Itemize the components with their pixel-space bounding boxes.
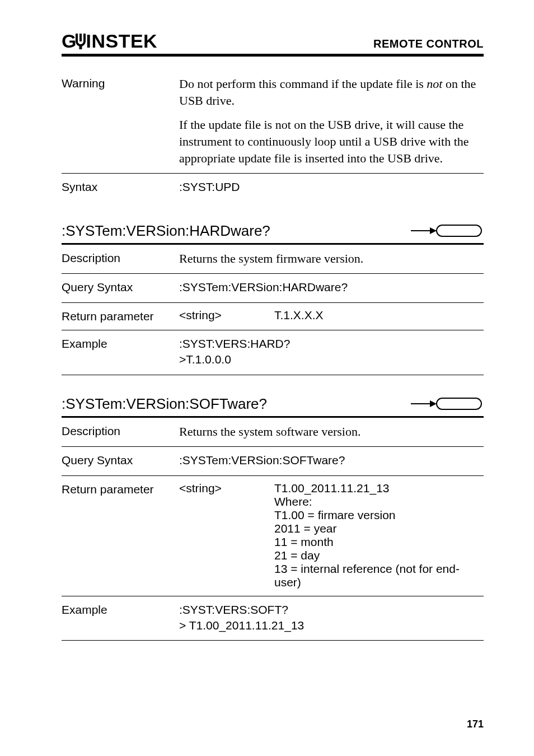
svg-marker-3 — [430, 227, 437, 234]
software-return-line: 21 = day — [274, 549, 484, 562]
logo-text-left: G — [62, 31, 76, 50]
hardware-return-row: Return parameter <string> T.1.X.X.X — [62, 303, 484, 330]
section-title: REMOTE CONTROL — [373, 38, 484, 50]
page-number: 171 — [467, 718, 484, 730]
software-query-value: :SYSTem:VERSion:SOFTware? — [179, 452, 484, 468]
warning-row: Warning Do not perform this command if t… — [62, 70, 484, 173]
hardware-example-row: Example :SYST:VERS:HARD? >T.1.0.0.0 — [62, 330, 484, 375]
hardware-title: :SYSTem:VERSion:HARDware? — [62, 222, 270, 240]
software-example-row: Example :SYST:VERS:SOFT? > T1.00_2011.11… — [62, 596, 484, 641]
software-example-line2: > T1.00_2011.11.21_13 — [179, 618, 484, 633]
svg-rect-4 — [437, 225, 481, 236]
software-return-line: 13 = internal reference (not for end-use… — [274, 562, 484, 589]
software-return-body: <string> T1.00_2011.11.21_13 Where: T1.0… — [179, 482, 484, 589]
software-description-value: Returns the system software version. — [179, 423, 484, 440]
svg-marker-6 — [430, 400, 437, 407]
software-return-type: <string> — [179, 482, 274, 589]
hardware-heading: :SYSTem:VERSion:HARDware? — [62, 222, 484, 245]
hardware-description-label: Description — [62, 250, 179, 265]
software-heading: :SYSTem:VERSion:SOFTware? — [62, 395, 484, 418]
software-return-lines: T1.00_2011.11.21_13 Where: T1.00 = firma… — [274, 482, 484, 589]
brand-logo: G INSTEK — [62, 31, 157, 50]
warning-body: Do not perform this command if the updat… — [179, 76, 484, 166]
hardware-return-body: <string> T.1.X.X.X — [179, 309, 484, 322]
query-arrow-icon — [411, 224, 484, 237]
page-header: G INSTEK REMOTE CONTROL — [62, 31, 484, 57]
hardware-return-type: <string> — [179, 309, 274, 322]
warning-para1-em: not — [427, 77, 442, 91]
hardware-example-line1: :SYST:VERS:HARD? — [179, 336, 484, 352]
warning-label: Warning — [62, 76, 179, 90]
syntax-label: Syntax — [62, 179, 179, 194]
hardware-return-example: T.1.X.X.X — [274, 309, 484, 322]
hardware-example-label: Example — [62, 336, 179, 351]
software-return-line: 11 = month — [274, 535, 484, 549]
software-example-line1: :SYST:VERS:SOFT? — [179, 602, 484, 618]
software-return-line: 2011 = year — [274, 522, 484, 535]
hardware-description-value: Returns the system firmware version. — [179, 250, 484, 267]
software-return-row: Return parameter <string> T1.00_2011.11.… — [62, 476, 484, 596]
logo-fork-icon — [74, 34, 87, 49]
software-return-label: Return parameter — [62, 482, 179, 496]
hardware-query-row: Query Syntax :SYSTem:VERSion:HARDware? — [62, 274, 484, 302]
warning-para1-pre: Do not perform this command if the updat… — [179, 77, 427, 91]
software-description-label: Description — [62, 423, 179, 438]
hardware-query-label: Query Syntax — [62, 279, 179, 294]
software-query-label: Query Syntax — [62, 452, 179, 467]
software-title: :SYSTem:VERSion:SOFTware? — [62, 395, 267, 413]
syntax-row: Syntax :SYST:UPD — [62, 174, 484, 202]
hardware-return-label: Return parameter — [62, 309, 179, 323]
software-query-row: Query Syntax :SYSTem:VERSion:SOFTware? — [62, 447, 484, 475]
logo-text-right: INSTEK — [86, 31, 157, 50]
query-arrow-icon — [411, 397, 484, 410]
software-return-line: T1.00 = firmare version — [274, 508, 484, 522]
svg-rect-7 — [437, 398, 481, 409]
software-return-line: T1.00_2011.11.21_13 — [274, 482, 484, 495]
hardware-description-row: Description Returns the system firmware … — [62, 245, 484, 274]
software-example-label: Example — [62, 602, 179, 617]
syntax-value: :SYST:UPD — [179, 179, 484, 195]
software-return-line: Where: — [274, 495, 484, 508]
warning-para2: If the update file is not on the USB dri… — [179, 116, 484, 166]
hardware-example-body: :SYST:VERS:HARD? >T.1.0.0.0 — [179, 336, 484, 368]
hardware-example-line2: >T.1.0.0.0 — [179, 352, 484, 367]
hardware-query-value: :SYSTem:VERSion:HARDware? — [179, 279, 484, 295]
software-example-body: :SYST:VERS:SOFT? > T1.00_2011.11.21_13 — [179, 602, 484, 634]
software-description-row: Description Returns the system software … — [62, 418, 484, 447]
